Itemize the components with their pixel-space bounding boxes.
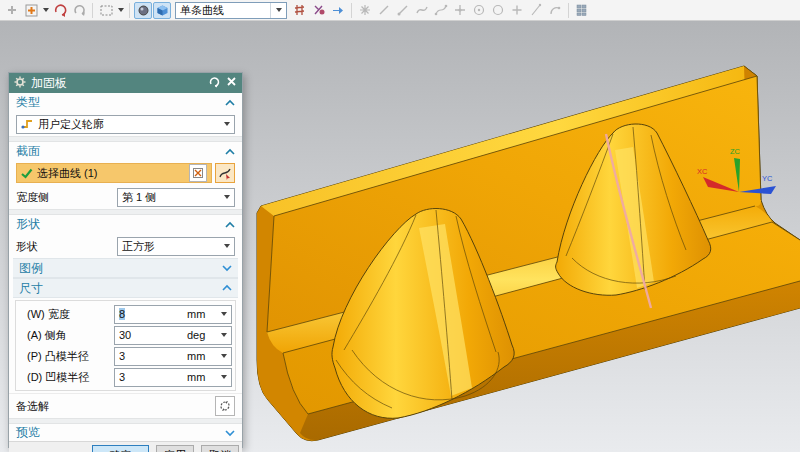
chevron-up-icon[interactable] [225,148,235,156]
die-radius-unit-caret[interactable] [217,369,231,386]
line-point-tool-icon [394,2,412,19]
wcs-z-label: ZC [730,147,741,156]
line-tool-icon [375,2,393,19]
chevron-up-icon[interactable] [222,284,232,292]
section-header-label: 截面 [16,143,225,160]
plus-tool-icon [508,2,526,19]
zoom-extents-icon[interactable] [22,2,40,19]
circle-center-icon [470,2,488,19]
toolbar-separator [351,3,352,18]
cycle-solutions-button[interactable] [215,396,235,416]
width-side-combobox[interactable]: 第 1 侧 [117,188,235,207]
width-side-value: 第 1 侧 [122,190,219,205]
arc-tool-icon [546,2,564,19]
point-constructor-icon [356,2,374,19]
type-section-header[interactable]: 类型 [9,93,242,112]
angle-unit[interactable]: deg [187,329,217,341]
type-combobox-caret[interactable] [219,116,234,133]
type-value: 用户定义轮廓 [38,117,219,132]
shape-section-header[interactable]: 形状 [9,215,242,234]
width-input[interactable]: 8 [115,308,187,320]
shape-caret[interactable] [219,238,234,255]
punch-radius-unit-caret[interactable] [217,348,231,365]
die-radius-unit[interactable]: mm [187,371,217,383]
chevron-down-icon[interactable] [225,429,235,437]
apply-button[interactable]: 应用 [156,445,194,452]
toolbar-separator [129,3,130,18]
type-row: 用户定义轮廓 [9,112,242,136]
cancel-button[interactable]: 取消 [201,445,239,452]
wcs-y-label: YC [762,174,773,183]
preview-section-header[interactable]: 预览 [9,424,242,441]
select-curve-field[interactable]: 选择曲线 (1) [16,163,212,183]
die-radius-row: (D) 凹模半径 3 mm [19,367,232,387]
check-icon [21,168,33,179]
shape-combobox[interactable]: 正方形 [117,237,235,256]
curve-selection-button[interactable] [215,163,235,183]
type-combobox[interactable]: 用户定义轮廓 [16,115,235,134]
shape-row: 形状 正方形 [9,234,242,258]
rotate-view-icon[interactable] [70,2,88,19]
intersection-stop-icon[interactable] [291,2,309,19]
studio-spline-icon [432,2,450,19]
section-section-header[interactable]: 截面 [9,142,242,161]
curve-rule-caret[interactable] [270,3,286,18]
rotate-icon[interactable] [51,2,69,19]
die-radius-label: (D) 凹模半径 [19,370,114,385]
angle-dim-label: (A) 侧角 [19,328,114,343]
dialog-reset-icon[interactable] [208,76,221,91]
width-unit-caret[interactable] [217,306,231,323]
alternate-solution-row: 备选解 [9,393,242,418]
angle-unit-caret[interactable] [217,327,231,344]
punch-radius-input[interactable]: 3 [115,350,187,362]
select-curve-label: 选择曲线 (1) [37,166,185,181]
width-unit[interactable]: mm [187,308,217,320]
width-side-caret[interactable] [219,189,234,206]
width-side-row: 宽度侧 第 1 侧 [9,185,242,209]
die-radius-input-group[interactable]: 3 mm [114,368,232,387]
legend-subheader[interactable]: 图例 [13,258,238,278]
circle-icon [489,2,507,19]
angled-line-icon [527,2,545,19]
pan-icon[interactable] [3,2,21,19]
punch-radius-row: (P) 凸模半径 3 mm [19,346,232,366]
width-dim-label: (W) 宽度 [19,307,114,322]
chevron-up-icon[interactable] [225,99,235,107]
angle-bracket-part[interactable] [257,66,800,441]
dialog-close-icon[interactable] [226,76,237,90]
grid-icon[interactable] [573,2,591,19]
ok-button[interactable]: < 确定 > [92,445,149,452]
rectangle-select-icon[interactable] [97,2,115,19]
stop-selection-button[interactable] [189,164,207,182]
curve-rule-combobox[interactable]: 单条曲线 [175,2,287,19]
zoom-dropdown-caret[interactable] [41,2,50,19]
select-dropdown-caret[interactable] [116,2,125,19]
preview-header-label: 预览 [16,424,225,441]
dialog-gear-icon [14,76,26,91]
legend-label: 图例 [19,260,222,277]
punch-radius-unit[interactable]: mm [187,350,217,362]
chevron-up-icon[interactable] [225,221,235,229]
width-side-label: 宽度侧 [16,190,117,205]
punch-radius-input-group[interactable]: 3 mm [114,347,232,366]
angle-input[interactable]: 30 [115,329,187,341]
wcs-x-label: XC [697,167,708,176]
snap-settings-icon[interactable] [310,2,328,19]
chevron-down-icon[interactable] [222,264,232,272]
die-radius-input[interactable]: 3 [115,371,187,383]
width-dim-row: (W) 宽度 8 mm [19,304,232,324]
dims-label: 尺寸 [19,280,222,297]
shape-header-label: 形状 [16,216,225,233]
point-on-curve-icon [451,2,469,19]
dims-subheader[interactable]: 尺寸 [13,278,238,298]
toolbar-separator [568,3,569,18]
spline-tool-icon [413,2,431,19]
toolbar-separator [92,3,93,18]
solid-body-toggle-icon[interactable] [153,2,171,19]
follow-arrow-icon[interactable] [329,2,347,19]
snap-point-toggle-icon[interactable] [134,2,152,19]
angle-input-group[interactable]: 30 deg [114,326,232,345]
width-input-group[interactable]: 8 mm [114,305,232,324]
select-curve-row: 选择曲线 (1) [9,161,242,185]
dialog-titlebar[interactable]: 加固板 [9,73,242,93]
